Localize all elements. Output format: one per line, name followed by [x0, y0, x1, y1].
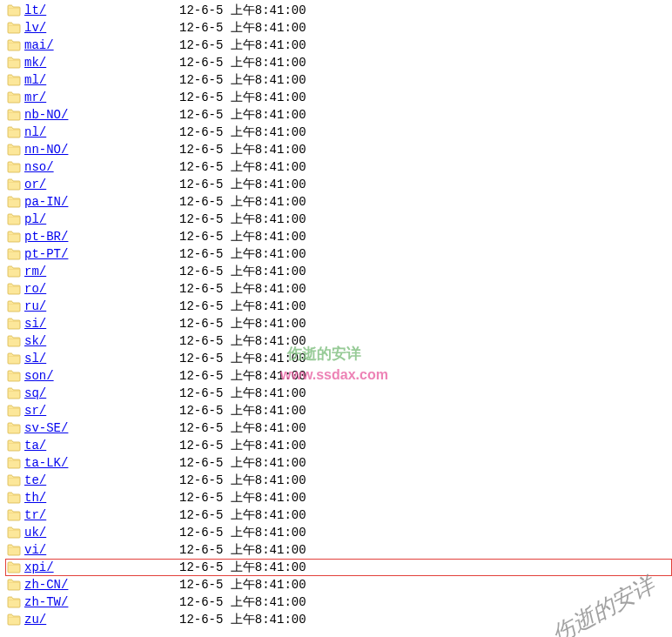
file-row: zh-TW/12-6-5 上午8:41:00 — [7, 593, 672, 611]
folder-icon — [7, 492, 21, 504]
name-column: ro/ — [24, 280, 179, 298]
file-row: sl/12-6-5 上午8:41:00 — [7, 350, 672, 367]
folder-icon — [7, 265, 21, 278]
name-column: mai/ — [24, 37, 179, 54]
file-row: mai/12-6-5 上午8:41:00 — [7, 37, 672, 54]
folder-link[interactable]: sr/ — [24, 404, 46, 418]
file-row: sq/12-6-5 上午8:41:00 — [7, 385, 672, 402]
name-column: pt-PT/ — [24, 245, 179, 263]
folder-link[interactable]: nl/ — [24, 125, 46, 139]
file-row: vi/12-6-5 上午8:41:00 — [7, 541, 672, 559]
folder-link[interactable]: pt-PT/ — [24, 247, 68, 261]
folder-link[interactable]: mai/ — [24, 38, 54, 52]
folder-link[interactable]: or/ — [24, 178, 46, 191]
folder-link[interactable]: nb-NO/ — [24, 108, 68, 122]
file-row: lt/12-6-5 上午8:41:00 — [7, 2, 672, 19]
name-column: rm/ — [24, 263, 179, 280]
folder-icon — [7, 196, 21, 208]
name-column: sv-SE/ — [24, 419, 179, 437]
folder-link[interactable]: ta/ — [24, 439, 46, 453]
folder-icon — [7, 474, 21, 486]
date-column: 12-6-5 上午8:41:00 — [179, 332, 306, 350]
folder-icon — [7, 213, 21, 225]
folder-link[interactable]: sv-SE/ — [24, 421, 68, 435]
folder-link[interactable]: zh-TW/ — [24, 595, 68, 609]
folder-link[interactable]: mr/ — [24, 91, 46, 104]
date-column: 12-6-5 上午8:41:00 — [179, 193, 306, 211]
folder-icon — [7, 457, 21, 469]
file-row: sr/12-6-5 上午8:41:00 — [7, 402, 672, 419]
date-column: 12-6-5 上午8:41:00 — [179, 593, 306, 611]
folder-icon — [7, 318, 21, 330]
folder-link[interactable]: lv/ — [24, 21, 46, 35]
folder-link[interactable]: lt/ — [24, 3, 46, 17]
folder-icon — [7, 283, 21, 295]
date-column: 12-6-5 上午8:41:00 — [179, 71, 306, 89]
file-row: rm/12-6-5 上午8:41:00 — [7, 263, 672, 280]
folder-link[interactable]: ru/ — [24, 299, 46, 313]
file-row: xpi/12-6-5 上午8:41:00 — [5, 559, 672, 576]
folder-link[interactable]: nso/ — [24, 160, 54, 174]
file-row: son/12-6-5 上午8:41:00 — [7, 367, 672, 385]
folder-link[interactable]: sl/ — [24, 352, 46, 365]
folder-link[interactable]: ml/ — [24, 73, 46, 87]
folder-link[interactable]: te/ — [24, 473, 46, 487]
folder-link[interactable]: ta-LK/ — [24, 456, 68, 470]
file-row: nso/12-6-5 上午8:41:00 — [7, 158, 672, 176]
folder-link[interactable]: si/ — [24, 317, 46, 331]
folder-link[interactable]: zu/ — [24, 613, 46, 627]
date-column: 12-6-5 上午8:41:00 — [179, 576, 306, 593]
folder-link[interactable]: zh-CN/ — [24, 578, 68, 592]
folder-link[interactable]: sk/ — [24, 334, 46, 348]
folder-link[interactable]: xpi/ — [24, 560, 54, 574]
name-column: zh-CN/ — [24, 576, 179, 593]
name-column: vi/ — [24, 541, 179, 559]
date-column: 12-6-5 上午8:41:00 — [179, 367, 306, 385]
folder-link[interactable]: pl/ — [24, 212, 46, 226]
file-row: or/12-6-5 上午8:41:00 — [7, 176, 672, 193]
name-column: xpi/ — [24, 559, 179, 576]
file-row: th/12-6-5 上午8:41:00 — [7, 489, 672, 506]
folder-link[interactable]: th/ — [24, 491, 46, 505]
date-column: 12-6-5 上午8:41:00 — [179, 158, 306, 176]
folder-link[interactable]: ro/ — [24, 282, 46, 296]
folder-icon — [7, 91, 21, 104]
name-column: si/ — [24, 315, 179, 332]
name-column: sl/ — [24, 350, 179, 367]
file-row: zu/12-6-5 上午8:41:00 — [7, 611, 672, 628]
folder-link[interactable]: sq/ — [24, 386, 46, 400]
date-column: 12-6-5 上午8:41:00 — [179, 106, 306, 124]
folder-icon — [7, 509, 21, 521]
name-column: pl/ — [24, 211, 179, 228]
folder-link[interactable]: vi/ — [24, 543, 46, 557]
date-column: 12-6-5 上午8:41:00 — [179, 385, 306, 402]
folder-link[interactable]: uk/ — [24, 526, 46, 540]
name-column: ta/ — [24, 437, 179, 454]
file-row: sk/12-6-5 上午8:41:00 — [7, 332, 672, 350]
folder-link[interactable]: pa-IN/ — [24, 195, 68, 209]
folder-link[interactable]: nn-NO/ — [24, 143, 68, 157]
name-column: ru/ — [24, 298, 179, 315]
folder-link[interactable]: rm/ — [24, 265, 46, 278]
name-column: mk/ — [24, 54, 179, 71]
folder-link[interactable]: pt-BR/ — [24, 230, 68, 244]
folder-icon — [7, 74, 21, 86]
name-column: zu/ — [24, 611, 179, 628]
folder-link[interactable]: son/ — [24, 369, 54, 383]
name-column: pt-BR/ — [24, 228, 179, 245]
folder-icon — [7, 614, 21, 626]
name-column: tr/ — [24, 506, 179, 524]
file-row: ta/12-6-5 上午8:41:00 — [7, 437, 672, 454]
name-column: sq/ — [24, 385, 179, 402]
file-row: uk/12-6-5 上午8:41:00 — [7, 524, 672, 541]
date-column: 12-6-5 上午8:41:00 — [179, 228, 306, 245]
date-column: 12-6-5 上午8:41:00 — [179, 19, 306, 37]
name-column: nn-NO/ — [24, 141, 179, 158]
date-column: 12-6-5 上午8:41:00 — [179, 263, 306, 280]
folder-link[interactable]: tr/ — [24, 508, 46, 522]
file-row: pl/12-6-5 上午8:41:00 — [7, 211, 672, 228]
directory-listing: lt/12-6-5 上午8:41:00lv/12-6-5 上午8:41:00ma… — [0, 0, 672, 628]
folder-link[interactable]: mk/ — [24, 56, 46, 70]
file-row: ta-LK/12-6-5 上午8:41:00 — [7, 454, 672, 472]
folder-icon — [7, 544, 21, 556]
